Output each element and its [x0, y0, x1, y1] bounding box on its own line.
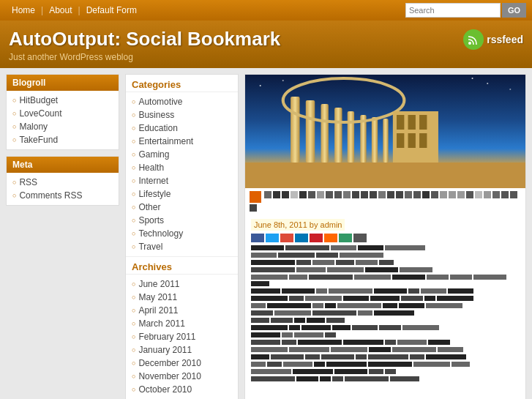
list-item: February 2011 — [126, 330, 238, 343]
svg-rect-15 — [408, 115, 416, 130]
archive-nov2010[interactable]: November 2010 — [138, 371, 201, 381]
thumbnail-strip: // Generated inline via JS below — [245, 188, 525, 215]
svg-rect-4 — [306, 100, 315, 163]
list-item: Malony — [7, 120, 119, 133]
digg-icon — [339, 234, 352, 242]
facebook-icon — [251, 234, 264, 242]
featured-image — [245, 75, 525, 188]
svg-point-22 — [487, 83, 488, 84]
article-text — [251, 245, 520, 381]
meta-list: RSS Comments RSS — [7, 173, 119, 205]
nav-sep-1: | — [41, 5, 43, 15]
reddit-icon — [324, 234, 337, 242]
list-item: Technology — [126, 227, 238, 240]
category-list: Automotive Business Education Entertainm… — [126, 92, 238, 256]
site-tagline: Just another WordPress weblog — [9, 52, 523, 62]
archive-june2011[interactable]: June 2011 — [138, 279, 179, 289]
meta-comments-rss[interactable]: Comments RSS — [19, 190, 82, 201]
list-item: Health — [126, 161, 238, 174]
cat-technology[interactable]: Technology — [138, 228, 183, 239]
nav-default-form[interactable]: Default Form — [80, 4, 143, 17]
list-item: Sports — [126, 214, 238, 227]
list-item: Automotive — [126, 95, 238, 108]
list-item: HitBudget — [7, 94, 119, 107]
list-item: TakeFund — [7, 133, 119, 146]
main-content: // Generated inline via JS below June 8t… — [244, 74, 526, 399]
cat-gaming[interactable]: Gaming — [138, 149, 169, 160]
pinterest-icon — [310, 234, 323, 242]
archive-march2011[interactable]: March 2011 — [138, 318, 184, 329]
list-item: Internet — [126, 174, 238, 187]
archive-dec2010[interactable]: December 2010 — [138, 358, 201, 368]
meta-section: Meta RSS Comments RSS — [6, 156, 119, 206]
sidebar: Blogroll HitBudget LoveCount Malony Take… — [6, 74, 119, 399]
categories-title: Categories — [126, 75, 238, 92]
nav-about[interactable]: About — [43, 4, 78, 17]
cat-business[interactable]: Business — [138, 110, 174, 120]
list-item: Lifestyle — [126, 187, 238, 201]
rss-feed-badge[interactable]: rssfeed — [463, 29, 523, 50]
list-item: Education — [126, 122, 238, 135]
search-button[interactable]: GO — [502, 3, 526, 18]
list-item: October 2010 — [126, 383, 238, 396]
svg-rect-10 — [383, 119, 388, 163]
blogroll-takefund[interactable]: TakeFund — [19, 135, 58, 145]
cat-travel[interactable]: Travel — [138, 242, 162, 252]
post-content-body: June 8th, 2011 by admin — [245, 215, 525, 388]
blogroll-lovecount[interactable]: LoveCount — [19, 108, 61, 119]
list-item: December 2010 — [126, 357, 238, 370]
cat-sports[interactable]: Sports — [138, 215, 164, 225]
archive-feb2011[interactable]: February 2011 — [138, 332, 195, 342]
svg-rect-5 — [321, 104, 329, 163]
cat-entertainment[interactable]: Entertainment — [138, 136, 193, 146]
archives-title: Archives — [126, 256, 238, 275]
cat-health[interactable]: Health — [138, 163, 164, 173]
list-item: LoveCount — [7, 107, 119, 120]
cat-other[interactable]: Other — [138, 202, 160, 212]
blogroll-malony[interactable]: Malony — [19, 122, 48, 132]
svg-rect-3 — [291, 97, 299, 163]
meta-rss[interactable]: RSS — [19, 177, 37, 187]
list-item: June 2011 — [126, 277, 238, 291]
site-header: AutoOutput: Social Bookmark Just another… — [0, 20, 532, 68]
cat-internet[interactable]: Internet — [138, 176, 168, 186]
list-item: Entertainment — [126, 135, 238, 148]
list-item: Gaming — [126, 148, 238, 161]
blogroll-list: HitBudget LoveCount Malony TakeFund — [7, 91, 119, 149]
list-item: Business — [126, 108, 238, 122]
archive-oct2010[interactable]: October 2010 — [138, 384, 192, 395]
rss-icon — [463, 29, 484, 50]
cat-automotive[interactable]: Automotive — [138, 97, 182, 107]
archive-april2011[interactable]: April 2011 — [138, 305, 178, 316]
cat-education[interactable]: Education — [138, 123, 177, 133]
archive-jan2011[interactable]: January 2011 — [138, 345, 192, 355]
svg-rect-17 — [397, 133, 404, 148]
cat-lifestyle[interactable]: Lifestyle — [138, 189, 171, 199]
svg-rect-6 — [334, 108, 342, 163]
blogroll-hitbudget[interactable]: HitBudget — [19, 95, 58, 105]
svg-rect-16 — [419, 115, 427, 130]
linkedin-icon — [295, 234, 308, 242]
list-item: RSS — [7, 176, 119, 189]
main-wrapper: Blogroll HitBudget LoveCount Malony Take… — [0, 68, 532, 399]
archive-may2011[interactable]: May 2011 — [138, 292, 177, 302]
categories-column: Categories Automotive Business Education… — [125, 74, 239, 399]
list-item: November 2010 — [126, 370, 238, 383]
list-item: April 2011 — [126, 304, 238, 317]
google-icon — [280, 234, 293, 242]
meta-title: Meta — [7, 157, 119, 173]
search-input[interactable] — [405, 3, 501, 18]
blogroll-section: Blogroll HitBudget LoveCount Malony Take… — [6, 74, 119, 150]
list-item: May 2011 — [126, 291, 238, 304]
svg-rect-9 — [372, 117, 378, 163]
list-item: January 2011 — [126, 343, 238, 357]
nav-sep-2: | — [78, 5, 80, 15]
list-item: Other — [126, 201, 238, 214]
svg-rect-19 — [419, 133, 427, 148]
svg-rect-7 — [348, 111, 354, 163]
nav-home[interactable]: Home — [6, 4, 41, 17]
svg-point-0 — [468, 42, 471, 45]
search-bar: GO — [405, 3, 526, 18]
archive-list: June 2011 May 2011 April 2011 March 2011… — [126, 275, 238, 399]
svg-point-20 — [260, 85, 261, 86]
